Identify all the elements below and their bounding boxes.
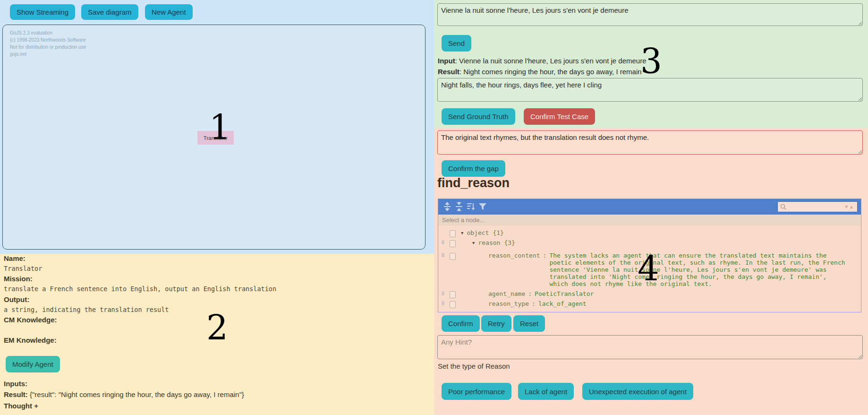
result-line: Result: {"result": "Night comes ringing … — [4, 390, 244, 398]
name-label: Name: — [4, 254, 26, 262]
json-key[interactable]: reason_content — [488, 252, 540, 259]
show-streaming-button[interactable]: Show Streaming — [10, 4, 75, 20]
json-separator: : — [543, 252, 547, 259]
em-knowledge-label: EM Knowledge: — [4, 336, 57, 344]
json-child-count: {1} — [493, 229, 503, 236]
result-label: Result: — [4, 390, 28, 398]
region-marker-2: 2 — [206, 311, 228, 345]
checkbox[interactable] — [448, 239, 458, 247]
json-row-reason-type[interactable]: ⠿ reason_type : lack_of_agent — [438, 300, 861, 309]
json-key[interactable]: reason_type — [488, 300, 529, 307]
select-node-dropdown[interactable]: Select a node... — [438, 215, 861, 226]
drag-handle-icon[interactable]: ⠿ — [438, 300, 448, 308]
filter-icon[interactable] — [478, 202, 487, 211]
drag-handle-icon[interactable]: ⠿ — [438, 290, 448, 298]
hint-textarea[interactable] — [437, 335, 863, 359]
poor-performance-button[interactable]: Poor performance — [442, 383, 511, 400]
json-child-count: {3} — [504, 239, 515, 246]
input-value: : Vienne la nuit sonne l'heure, Les jour… — [455, 57, 647, 65]
cm-knowledge-label: CM Knowledge: — [4, 316, 57, 324]
drag-handle-icon[interactable]: ⠿ — [438, 252, 448, 259]
region-marker-4: 4 — [638, 252, 659, 286]
french-input-textarea[interactable]: Vienne la nuit sonne l'heure, Les jours … — [437, 3, 863, 26]
watermark-line: gojs.net — [10, 51, 86, 58]
region-marker-3: 3 — [640, 44, 662, 78]
json-value[interactable]: lack_of_agent — [538, 300, 836, 307]
inputs-label: Inputs: — [4, 380, 27, 388]
watermark-line: (c) 1998-2023 Northwoods Software — [10, 36, 86, 43]
confirm-button[interactable]: Confirm — [442, 315, 480, 332]
result-echo-line: Result: Night comes ringing the hour, th… — [438, 68, 642, 76]
result-value: : Night comes ringing the hour, the days… — [460, 68, 642, 76]
set-type-label: Set the type of Reason — [438, 362, 510, 370]
search-prev-next-icons[interactable]: ▼▲ — [844, 204, 854, 209]
checkbox[interactable] — [448, 252, 458, 260]
send-ground-truth-button[interactable]: Send Ground Truth — [442, 108, 515, 125]
confirm-test-case-button[interactable]: Confirm Test Case — [524, 108, 595, 125]
new-agent-button[interactable]: New Agent — [145, 4, 193, 20]
json-row-agent-name[interactable]: ⠿ agent_name : PoeticTranslator — [438, 290, 861, 299]
json-row-reason[interactable]: ⠿ ▼ reason {3} — [438, 239, 861, 248]
collapse-triangle-icon[interactable]: ▼ — [472, 239, 475, 245]
modify-agent-button[interactable]: Modify Agent — [6, 356, 60, 372]
ground-truth-textarea[interactable]: Night falls, the hour rings, days flee, … — [437, 78, 863, 102]
retry-button[interactable]: Retry — [481, 315, 511, 332]
collapse-all-icon[interactable] — [454, 202, 464, 211]
lack-of-agent-button[interactable]: Lack of agent — [518, 383, 574, 400]
drag-handle-icon[interactable]: ⠿ — [438, 239, 448, 247]
send-button[interactable]: Send — [442, 35, 471, 52]
save-diagram-button[interactable]: Save diagram — [81, 4, 138, 20]
json-value[interactable]: The system lacks an agent that can ensur… — [549, 252, 847, 287]
json-key[interactable]: agent_name — [488, 290, 525, 297]
output-value: a string, indicating the translation res… — [4, 306, 169, 313]
input-label: Input — [438, 57, 455, 65]
json-row-object[interactable]: ▼ object {1} — [438, 229, 861, 238]
json-separator: : — [528, 290, 532, 297]
name-value: Translator — [4, 265, 42, 272]
collapse-triangle-icon[interactable]: ▼ — [461, 229, 463, 235]
search-icon — [780, 203, 787, 211]
find-reason-heading: find_reason — [437, 176, 510, 190]
unexpected-execution-button[interactable]: Unexpected execution of agent — [582, 383, 693, 400]
mission-label: Mission: — [4, 275, 33, 283]
confirm-gap-button[interactable]: Confirm the gap — [442, 160, 505, 177]
expand-all-icon[interactable] — [443, 202, 452, 211]
json-editor-toolbar: ▼▲ — [438, 199, 861, 215]
json-key[interactable]: reason — [478, 239, 500, 246]
region-marker-1: 1 — [209, 111, 231, 145]
sort-icon[interactable] — [466, 202, 476, 211]
result-label: Result — [438, 68, 460, 76]
input-echo-line: Input: Vienne la nuit sonne l'heure, Les… — [438, 57, 647, 65]
json-key[interactable]: object — [467, 229, 489, 236]
result-value: {"result": "Night comes ringing the hour… — [28, 390, 244, 398]
checkbox[interactable] — [448, 229, 458, 237]
json-search-box[interactable]: ▼▲ — [777, 201, 858, 212]
reset-button[interactable]: Reset — [513, 315, 545, 332]
json-separator: : — [532, 300, 536, 307]
watermark-line: GoJS 2.3 evaluation — [10, 29, 86, 36]
gojs-watermark: GoJS 2.3 evaluation (c) 1998-2023 Northw… — [10, 29, 86, 58]
checkbox[interactable] — [448, 290, 458, 298]
checkbox[interactable] — [448, 300, 458, 308]
watermark-line: Not for distribution or production use — [10, 43, 86, 51]
json-value[interactable]: PoeticTranslator — [535, 290, 832, 297]
thought-toggle[interactable]: Thought + — [4, 402, 38, 410]
output-label: Output: — [4, 295, 29, 303]
mission-value: translate a French sentence into English… — [4, 285, 276, 293]
gap-textarea[interactable]: The original text rhymes, but the transl… — [437, 130, 863, 155]
